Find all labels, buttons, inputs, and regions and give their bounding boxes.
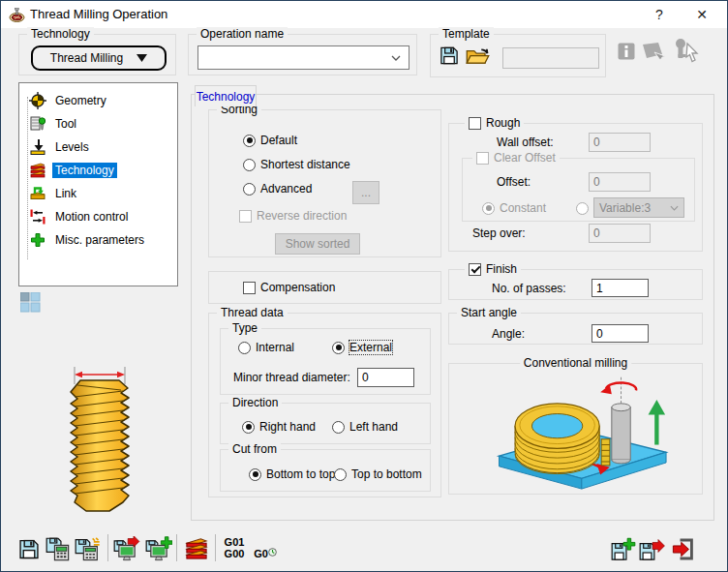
type-group-label: Type: [228, 321, 261, 335]
toolbar-separator: [107, 534, 108, 561]
variable-radio[interactable]: [576, 200, 589, 216]
save-monitor-plus-icon: [145, 536, 172, 561]
exit-door-icon: [671, 537, 695, 561]
sidebar-item-levels[interactable]: Levels: [19, 135, 177, 159]
offset-label: Offset:: [497, 172, 531, 192]
clock-icon: [268, 548, 277, 557]
copy-operation-icon[interactable]: [641, 41, 668, 64]
passes-field[interactable]: [592, 279, 649, 297]
operation-name-combobox[interactable]: [197, 45, 410, 70]
misc-parameters-icon: [29, 231, 46, 249]
save-button[interactable]: [18, 535, 40, 562]
exit-button[interactable]: [671, 535, 695, 562]
radio-icon: [243, 135, 256, 147]
radio-icon: [249, 468, 261, 481]
save-template-icon[interactable]: [440, 45, 459, 66]
technology-dropdown[interactable]: Thread Milling: [31, 45, 167, 71]
save-copy-button[interactable]: [611, 535, 636, 562]
save-calculate-list-icon: [75, 537, 102, 561]
tab-technology[interactable]: Technology: [195, 85, 257, 106]
radio-icon: [332, 421, 345, 434]
sidebar-item-geometry[interactable]: Geometry: [19, 89, 177, 112]
template-name-field[interactable]: [502, 47, 599, 69]
wall-offset-field[interactable]: [589, 133, 651, 152]
clear-offset-checkbox[interactable]: Clear Offset: [472, 151, 560, 165]
save-plus-icon: [611, 537, 636, 561]
constant-radio[interactable]: Constant: [482, 200, 546, 216]
help-button[interactable]: ?: [640, 1, 679, 28]
reverse-direction-checkbox[interactable]: Reverse direction: [239, 208, 347, 224]
start-angle-group: Start angle: [448, 313, 703, 345]
finish-checkbox[interactable]: Finish: [465, 262, 521, 276]
gcode-g01-g00[interactable]: G01 G00: [222, 536, 247, 559]
sidebar-item-tool[interactable]: Tool: [19, 112, 177, 135]
cut-bottom-to-top-radio[interactable]: Bottom to top: [249, 467, 335, 482]
save-add-machine-button[interactable]: [145, 535, 172, 562]
selected-tree-item: Technology: [52, 163, 117, 178]
sorting-shortest-radio[interactable]: Shortest distance: [243, 157, 350, 172]
conventional-milling-image: [461, 370, 691, 492]
checkbox-icon: [469, 263, 481, 276]
direction-group-label: Direction: [228, 396, 282, 409]
window-title: Thread Milling Operation: [30, 1, 167, 28]
minor-diameter-arrow: [75, 372, 125, 377]
save-calculate-button[interactable]: [46, 535, 71, 562]
save-monitor-arrow-icon: [113, 536, 140, 561]
start-angle-group-label: Start angle: [457, 306, 521, 319]
type-external-radio[interactable]: External: [332, 340, 392, 355]
cut-from-group-label: Cut from: [228, 442, 281, 456]
technology-page-button[interactable]: [184, 535, 209, 562]
sidebar-item-link[interactable]: Link: [19, 182, 177, 205]
template-group: Template: [430, 34, 606, 77]
template-group-label: Template: [439, 27, 494, 41]
variable-dropdown[interactable]: Variable:3: [593, 197, 684, 218]
key-pick-icon[interactable]: [671, 38, 700, 65]
advanced-options-button[interactable]: ...: [352, 181, 379, 204]
type-internal-radio[interactable]: Internal: [238, 340, 294, 355]
sorting-default-radio[interactable]: Default: [243, 133, 297, 148]
conventional-milling-label: Conventional milling: [520, 356, 631, 370]
tool-icon: [29, 115, 46, 133]
save-calculate-simulate-button[interactable]: [75, 535, 102, 562]
direction-right-radio[interactable]: Right hand: [242, 419, 316, 435]
motion-control-icon: [29, 208, 46, 226]
save-calculate-icon: [46, 537, 71, 561]
toolbar-separator: [215, 534, 216, 561]
save-exit-button[interactable]: [639, 535, 665, 562]
show-sorted-button[interactable]: Show sorted: [275, 233, 360, 255]
cut-top-to-bottom-radio[interactable]: Top to bottom: [334, 467, 422, 482]
sorting-advanced-radio[interactable]: Advanced: [243, 181, 312, 196]
geometry-icon: [29, 92, 46, 109]
technology-layers-icon: [184, 536, 209, 561]
sidebar-item-technology[interactable]: Technology: [19, 159, 177, 182]
rough-checkbox[interactable]: Rough: [465, 116, 524, 130]
save-exit-machine-button[interactable]: [113, 535, 140, 562]
step-over-field[interactable]: [589, 224, 651, 243]
grid-icon[interactable]: [20, 292, 41, 313]
checkbox-icon: [239, 210, 252, 223]
gcode-g0-g00[interactable]: G0 G00: [251, 536, 280, 572]
info-icon[interactable]: [618, 43, 635, 60]
levels-icon: [29, 138, 46, 156]
compensation-checkbox[interactable]: Compensation: [243, 280, 335, 295]
close-button[interactable]: ✕: [682, 1, 721, 28]
offset-field[interactable]: [589, 172, 651, 192]
angle-field[interactable]: [592, 324, 649, 343]
chevron-down-icon: [670, 205, 679, 211]
parameter-tree: Geometry Tool Levels: [18, 82, 178, 286]
minor-diameter-field[interactable]: [357, 368, 414, 387]
radio-icon: [576, 202, 589, 215]
sidebar-item-misc-parameters[interactable]: Misc. parameters: [19, 228, 177, 252]
sidebar-item-motion-control[interactable]: Motion control: [19, 205, 177, 228]
toolbar-separator: [176, 534, 177, 561]
operation-name-group: Operation name: [188, 34, 417, 75]
conventional-milling-group: Conventional milling: [448, 363, 703, 495]
open-template-icon[interactable]: [466, 45, 490, 66]
checkbox-icon: [243, 282, 256, 294]
chevron-down-icon: [391, 55, 401, 61]
radio-icon: [332, 342, 345, 354]
technology-group: Technology Thread Milling: [18, 34, 176, 75]
save-icon: [18, 538, 40, 560]
save-arrow-icon: [639, 537, 665, 561]
direction-left-radio[interactable]: Left hand: [332, 419, 398, 435]
